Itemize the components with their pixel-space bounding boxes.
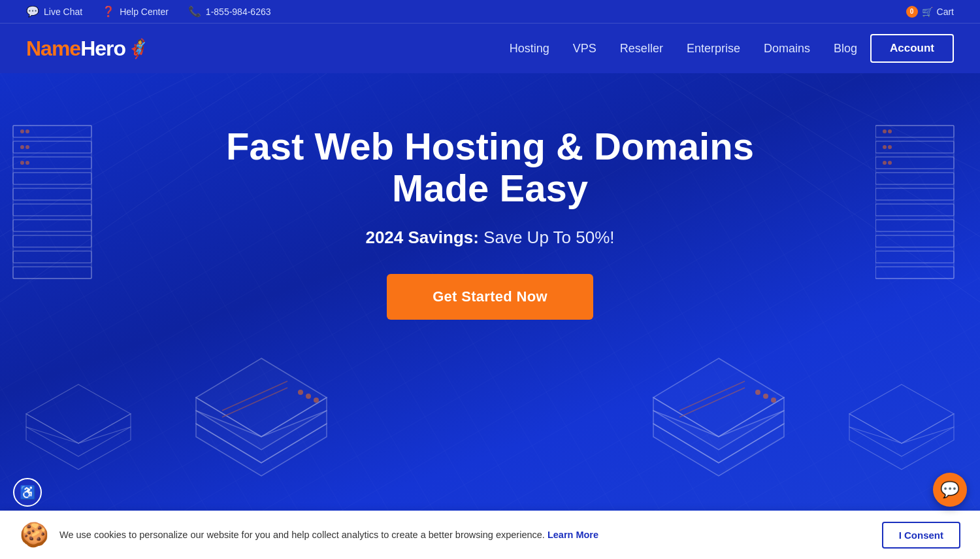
- nav-item-domains[interactable]: Domains: [764, 42, 810, 56]
- svg-line-54: [679, 388, 745, 417]
- server-stack-left: [170, 345, 353, 518]
- consent-button[interactable]: I Consent: [882, 522, 960, 549]
- cart-label: Cart: [937, 7, 954, 17]
- svg-rect-24: [875, 188, 954, 200]
- svg-rect-4: [13, 188, 91, 200]
- svg-line-44: [222, 381, 287, 411]
- svg-marker-49: [653, 358, 784, 437]
- svg-rect-28: [875, 251, 954, 263]
- hero-title: Fast Web Hosting & Domains Made Easy: [196, 126, 784, 209]
- svg-marker-41: [196, 398, 327, 450]
- svg-point-32: [883, 145, 887, 149]
- nav-item-reseller[interactable]: Reseller: [620, 42, 663, 56]
- nav-hosting-link[interactable]: Hosting: [510, 42, 549, 55]
- svg-marker-52: [653, 424, 784, 476]
- accessibility-icon: ♿: [20, 484, 36, 500]
- server-right-graphic: [875, 73, 980, 518]
- question-icon: ❓: [102, 5, 115, 18]
- svg-point-33: [888, 145, 892, 149]
- svg-line-53: [679, 381, 745, 411]
- svg-rect-26: [875, 220, 954, 231]
- cookie-icon: 🍪: [20, 521, 49, 549]
- nav-links-list: Hosting VPS Reseller Enterprise Domains …: [510, 42, 857, 56]
- svg-point-47: [306, 394, 311, 399]
- nav-item-enterprise[interactable]: Enterprise: [687, 42, 740, 56]
- get-started-button[interactable]: Get Started Now: [387, 274, 593, 320]
- top-bar: 💬 Live Chat ❓ Help Center 📞 1-855-984-62…: [0, 0, 980, 24]
- svg-marker-60: [849, 427, 954, 469]
- svg-rect-25: [875, 204, 954, 216]
- main-navbar: NameHero🦸 Hosting VPS Reseller Enterpris…: [0, 24, 980, 73]
- nav-reseller-link[interactable]: Reseller: [620, 42, 663, 55]
- hero-section: Fast Web Hosting & Domains Made Easy 202…: [0, 73, 980, 518]
- nav-enterprise-link[interactable]: Enterprise: [687, 42, 740, 55]
- svg-rect-27: [875, 235, 954, 247]
- cookie-message: We use cookies to personalize our websit…: [59, 530, 545, 540]
- svg-point-48: [314, 398, 319, 403]
- cookie-banner: 🍪 We use cookies to personalize our webs…: [0, 511, 980, 559]
- cart-badge: 0: [906, 6, 918, 18]
- chat-bubble-icon: 💬: [940, 481, 960, 499]
- svg-point-34: [883, 161, 887, 165]
- nav-item-blog[interactable]: Blog: [834, 42, 857, 56]
- chat-bubble-button[interactable]: 💬: [933, 473, 967, 507]
- svg-point-31: [888, 129, 892, 133]
- learn-more-label[interactable]: Learn More: [547, 530, 598, 540]
- accessibility-button[interactable]: ♿: [13, 478, 42, 507]
- svg-point-10: [20, 129, 24, 133]
- svg-marker-62: [26, 414, 131, 456]
- svg-rect-7: [13, 235, 91, 247]
- nav-domains-link[interactable]: Domains: [764, 42, 810, 55]
- account-button[interactable]: Account: [870, 34, 954, 63]
- svg-rect-3: [13, 173, 91, 184]
- nav-item-vps[interactable]: VPS: [573, 42, 596, 56]
- live-chat-link[interactable]: 💬 Live Chat: [26, 5, 82, 18]
- svg-rect-29: [875, 267, 954, 279]
- svg-rect-5: [13, 204, 91, 216]
- logo-hero-part: Hero: [80, 37, 125, 61]
- svg-marker-51: [653, 411, 784, 463]
- svg-rect-6: [13, 220, 91, 231]
- svg-point-57: [771, 398, 776, 403]
- phone-label: 1-855-984-6263: [206, 7, 271, 17]
- site-logo[interactable]: NameHero🦸: [26, 37, 150, 61]
- svg-point-30: [883, 129, 887, 133]
- hero-subtitle-rest: Save Up To 50%!: [479, 228, 615, 247]
- chat-icon: 💬: [26, 5, 39, 18]
- help-center-label: Help Center: [120, 7, 169, 17]
- phone-icon: 📞: [188, 5, 201, 18]
- nav-blog-link[interactable]: Blog: [834, 42, 857, 55]
- svg-marker-43: [196, 424, 327, 476]
- learn-more-link[interactable]: Learn More: [547, 530, 598, 540]
- svg-line-68: [784, 73, 980, 171]
- nav-item-hosting[interactable]: Hosting: [510, 42, 549, 56]
- help-center-link[interactable]: ❓ Help Center: [102, 5, 169, 18]
- phone-link[interactable]: 📞 1-855-984-6263: [188, 5, 271, 18]
- hero-subtitle: 2024 Savings: Save Up To 50%!: [365, 228, 614, 248]
- logo-name-part: Name: [26, 37, 80, 61]
- svg-point-46: [298, 390, 303, 395]
- svg-rect-21: [875, 141, 954, 153]
- svg-marker-42: [196, 411, 327, 463]
- svg-line-45: [222, 388, 287, 417]
- logo-icon: 🦸: [127, 38, 150, 59]
- svg-marker-59: [849, 414, 954, 456]
- svg-rect-9: [13, 267, 91, 279]
- svg-point-13: [25, 145, 29, 149]
- svg-point-12: [20, 145, 24, 149]
- live-chat-label: Live Chat: [44, 7, 82, 17]
- svg-rect-2: [13, 157, 91, 169]
- hero-subtitle-bold: 2024 Savings:: [365, 228, 478, 247]
- server-stack-right: [627, 345, 810, 518]
- server-left-graphic: [0, 73, 105, 518]
- svg-point-56: [763, 394, 768, 399]
- svg-marker-61: [26, 384, 131, 443]
- svg-rect-20: [875, 126, 954, 137]
- svg-rect-22: [875, 157, 954, 169]
- svg-rect-8: [13, 251, 91, 263]
- cart-icon: 🛒: [922, 7, 933, 17]
- cart-area[interactable]: 0 🛒 Cart: [906, 6, 954, 18]
- svg-point-14: [20, 161, 24, 165]
- nav-vps-link[interactable]: VPS: [573, 42, 596, 55]
- cookie-text: We use cookies to personalize our websit…: [59, 530, 872, 540]
